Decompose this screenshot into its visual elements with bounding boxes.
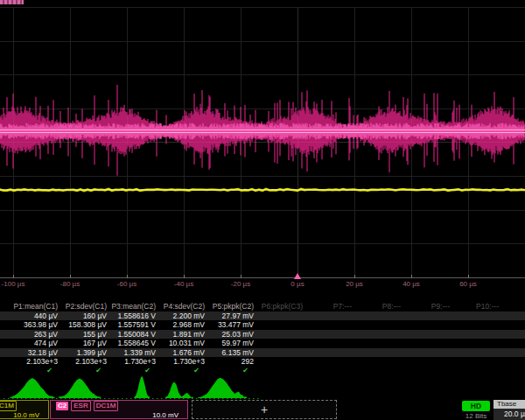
param-header-5[interactable]: P5:pkpk(C2): [208, 302, 257, 312]
stat-value: 1.730e+3: [110, 357, 159, 367]
axis-tick: [468, 275, 469, 278]
axis-label: -60 µs: [117, 280, 136, 288]
axis-label: -100 µs: [2, 280, 25, 288]
stat-row: 363.98 µV158.308 µV1.557591 V2.968 mV33.…: [0, 320, 525, 330]
status-check-icon: ✔: [61, 367, 110, 376]
stat-value: 32.18 µV: [0, 348, 61, 358]
channel-c1-descriptor[interactable]: C1 DC1M 10.0 mV: [0, 400, 49, 419]
stat-value: 2.103e+3: [0, 357, 61, 367]
channel-c2-descriptor[interactable]: C2 ESR DC1M 10.0 mV: [50, 400, 188, 419]
axis-tick: [354, 275, 355, 278]
status-check-icon: ✔: [0, 367, 61, 376]
c1-coupling-badge: DC1M: [0, 401, 17, 411]
param-header-6[interactable]: P6:pkpk(C3): [257, 302, 306, 312]
time-axis-line: [0, 277, 525, 278]
stat-value: 292: [208, 357, 257, 367]
stat-value: 25.03 mV: [208, 330, 257, 340]
timebase-descriptor[interactable]: Tbase 20.0 µs: [494, 400, 525, 420]
c1-volts-per-div: 10.0 mV: [0, 410, 48, 420]
stat-value: 155 µV: [61, 330, 110, 340]
axis-tick: [184, 275, 185, 278]
stat-row: 474 µV167 µV1.558645 V10.031 mV59.97 mV: [0, 339, 525, 348]
stat-value: 27.97 mV: [208, 312, 257, 321]
stat-value: 440 µV: [0, 312, 61, 321]
axis-tick: [70, 275, 71, 278]
param-header-7[interactable]: P7:---: [306, 302, 355, 312]
clipped-pink-label: [0, 0, 24, 4]
axis-label: 0 µs: [290, 280, 304, 288]
stat-value: 1.550084 V: [110, 330, 159, 340]
stat-value: 1.730e+3: [159, 357, 208, 367]
axis-label: -40 µs: [174, 280, 193, 288]
hd-mode-badge[interactable]: HD: [462, 401, 490, 411]
stat-value: 6.135 mV: [208, 348, 257, 358]
param-header-2[interactable]: P2:sdev(C1): [61, 302, 110, 312]
stat-value: 33.477 mV: [208, 320, 257, 330]
trigger-position-marker[interactable]: [294, 273, 301, 279]
axis-tick: [241, 275, 242, 278]
c2-volts-per-div: 10.0 mV: [51, 410, 187, 420]
stat-value: 1.399 µV: [61, 348, 110, 358]
axis-tick: [411, 275, 412, 278]
c2-coupling-badge: DC1M: [94, 401, 119, 411]
param-header-9[interactable]: P9:---: [404, 302, 453, 312]
stat-value: 2.968 mV: [159, 320, 208, 330]
param-header-4[interactable]: P4:sdev(C2): [159, 302, 208, 312]
stat-value: 1.339 mV: [110, 348, 159, 358]
axis-label: 40 µs: [402, 280, 420, 288]
status-check-icon: ✔: [208, 367, 257, 376]
stat-row: 440 µV160 µV1.558616 V2.200 mV27.97 mV: [0, 312, 525, 321]
param-header-10[interactable]: P10:---: [453, 302, 502, 312]
add-trace-button[interactable]: +: [192, 400, 337, 419]
stat-row: 263 µV155 µV1.550084 V1.891 mV25.03 mV: [0, 330, 525, 340]
timebase-value: 20.0 µs: [494, 409, 525, 420]
status-check-icon: ✔: [159, 367, 208, 376]
axis-label: -20 µs: [231, 280, 250, 288]
stat-value: 10.031 mV: [159, 339, 208, 348]
stat-value: 167 µV: [61, 339, 110, 348]
stat-value: 363.98 µV: [0, 320, 61, 330]
stat-value: 1.558645 V: [110, 339, 159, 348]
axis-label: 60 µs: [459, 280, 477, 288]
param-header-11[interactable]: P11:---: [502, 302, 525, 312]
axis-tick: [127, 275, 128, 278]
stat-value: 1.676 mV: [159, 348, 208, 358]
axis-tick: [13, 275, 14, 278]
status-check-icon: ✔: [110, 367, 159, 376]
stat-value: 474 µV: [0, 339, 61, 348]
stat-value: 263 µV: [0, 330, 61, 340]
axis-label: 20 µs: [346, 280, 363, 288]
stat-row: 2.103e+32.103e+31.730e+31.730e+3292: [0, 357, 525, 367]
param-header-3[interactable]: P3:mean(C2): [110, 302, 159, 312]
hd-bits-label: 12 Bits: [455, 412, 497, 420]
stat-value: 1.891 mV: [159, 330, 208, 340]
oscilloscope-screen: -100 µs-80 µs-60 µs-40 µs-20 µs0 µs20 µs…: [0, 0, 525, 420]
c2-esr-badge: ESR: [71, 401, 90, 411]
measurement-table: P1:mean(C1)P2:sdev(C1)P3:mean(C2)P4:sdev…: [0, 302, 525, 375]
stat-value: 59.97 mV: [208, 339, 257, 348]
stat-value: 160 µV: [61, 312, 110, 321]
param-header-8[interactable]: P8:---: [355, 302, 404, 312]
param-header-1[interactable]: P1:mean(C1): [0, 302, 61, 312]
axis-label: -80 µs: [60, 280, 80, 288]
stat-value: 1.557591 V: [110, 320, 159, 330]
stat-row: 32.18 µV1.399 µV1.339 mV1.676 mV6.135 mV: [0, 348, 525, 358]
stat-value: 2.103e+3: [61, 357, 110, 367]
c2-label: C2: [56, 402, 68, 410]
stat-value: 1.558616 V: [110, 312, 159, 321]
timebase-title: Tbase: [494, 400, 525, 409]
stat-value: 2.200 mV: [159, 312, 208, 321]
stat-value: 158.308 µV: [61, 320, 110, 330]
